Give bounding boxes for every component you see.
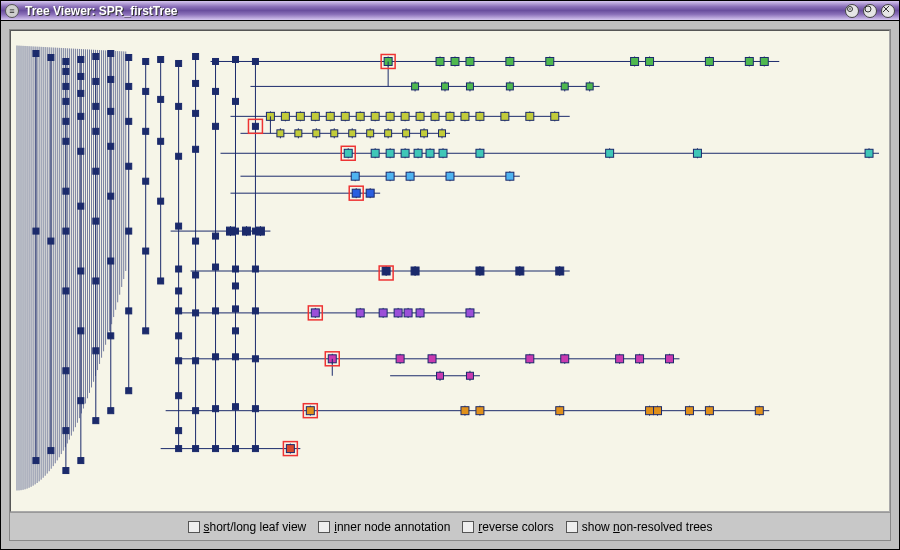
- svg-rect-332: [356, 112, 364, 120]
- svg-rect-328: [326, 112, 334, 120]
- checkbox-inner[interactable]: inner node annotation: [318, 520, 450, 534]
- svg-rect-395: [693, 149, 701, 157]
- svg-rect-435: [394, 309, 402, 317]
- svg-rect-449: [526, 355, 534, 363]
- svg-rect-413: [227, 227, 235, 235]
- svg-rect-415: [242, 227, 250, 235]
- titlebar[interactable]: ≡ Tree Viewer: SPR_firstTree: [1, 1, 899, 21]
- svg-rect-431: [356, 309, 364, 317]
- svg-rect-249: [213, 446, 219, 452]
- svg-rect-399: [351, 172, 359, 180]
- svg-rect-364: [349, 130, 356, 137]
- svg-rect-362: [331, 130, 338, 137]
- svg-rect-377: [344, 149, 352, 157]
- svg-rect-421: [411, 267, 419, 275]
- svg-rect-303: [745, 57, 753, 65]
- checkbox-box-icon[interactable]: [188, 521, 200, 533]
- svg-rect-409: [352, 189, 360, 197]
- svg-rect-213: [176, 446, 182, 452]
- checkbox-nonres[interactable]: show non-resolved trees: [566, 520, 713, 534]
- checkbox-short[interactable]: short/long leaf view: [188, 520, 307, 534]
- svg-rect-429: [311, 309, 319, 317]
- svg-rect-125: [78, 458, 84, 464]
- svg-rect-295: [546, 57, 554, 65]
- svg-rect-313: [506, 83, 513, 90]
- svg-rect-385: [414, 149, 422, 157]
- svg-rect-142: [93, 418, 99, 424]
- checkbox-box-icon[interactable]: [566, 521, 578, 533]
- checkbox-label: show non-resolved trees: [582, 520, 713, 534]
- svg-rect-346: [461, 112, 469, 120]
- window-title: Tree Viewer: SPR_firstTree: [25, 4, 178, 18]
- svg-rect-340: [416, 112, 424, 120]
- svg-rect-411: [366, 189, 374, 197]
- svg-rect-301: [705, 57, 713, 65]
- svg-rect-356: [277, 130, 284, 137]
- svg-rect-311: [466, 83, 473, 90]
- svg-rect-106: [63, 468, 69, 474]
- svg-rect-459: [437, 372, 444, 379]
- svg-rect-181: [143, 328, 149, 334]
- tree-canvas[interactable]: [10, 30, 890, 512]
- svg-rect-78: [33, 458, 39, 464]
- svg-rect-472: [646, 407, 654, 415]
- maximize-button[interactable]: [863, 4, 877, 18]
- svg-rect-403: [406, 172, 414, 180]
- svg-rect-433: [379, 309, 387, 317]
- checkbox-reverse[interactable]: reverse colors: [462, 520, 553, 534]
- svg-rect-405: [446, 172, 454, 180]
- svg-rect-315: [561, 83, 568, 90]
- options-bar: short/long leaf viewinner node annotatio…: [10, 512, 890, 540]
- svg-rect-297: [631, 57, 639, 65]
- svg-rect-291: [466, 57, 474, 65]
- svg-rect-283: [252, 446, 258, 452]
- checkbox-box-icon[interactable]: [462, 521, 474, 533]
- svg-rect-322: [281, 112, 289, 120]
- svg-rect-157: [108, 408, 114, 414]
- svg-rect-423: [476, 267, 484, 275]
- svg-rect-170: [126, 388, 132, 394]
- svg-rect-324: [296, 112, 304, 120]
- close-button[interactable]: [881, 4, 895, 18]
- svg-rect-453: [616, 355, 624, 363]
- svg-rect-287: [436, 57, 444, 65]
- checkbox-label: short/long leaf view: [204, 520, 307, 534]
- svg-rect-348: [476, 112, 484, 120]
- svg-rect-470: [556, 407, 564, 415]
- svg-rect-397: [865, 149, 873, 157]
- app-window: ≡ Tree Viewer: SPR_firstTree short/long …: [0, 0, 900, 550]
- svg-rect-387: [426, 149, 434, 157]
- content-panel: short/long leaf viewinner node annotatio…: [9, 29, 891, 541]
- svg-rect-447: [428, 355, 436, 363]
- svg-rect-366: [367, 130, 374, 137]
- svg-rect-389: [439, 149, 447, 157]
- svg-rect-299: [646, 57, 654, 65]
- svg-rect-83: [48, 448, 54, 454]
- checkbox-box-icon[interactable]: [318, 521, 330, 533]
- svg-rect-391: [476, 149, 484, 157]
- svg-rect-317: [586, 83, 593, 90]
- svg-rect-401: [386, 172, 394, 180]
- svg-rect-480: [755, 407, 763, 415]
- svg-rect-478: [705, 407, 713, 415]
- svg-rect-455: [636, 355, 644, 363]
- svg-rect-417: [256, 227, 264, 235]
- tree-svg: [11, 31, 889, 511]
- svg-rect-360: [313, 130, 320, 137]
- svg-rect-457: [666, 355, 674, 363]
- svg-rect-381: [386, 149, 394, 157]
- svg-rect-232: [193, 446, 199, 452]
- svg-rect-338: [401, 112, 409, 120]
- svg-rect-334: [371, 112, 379, 120]
- svg-rect-439: [416, 309, 424, 317]
- svg-rect-268: [232, 446, 238, 452]
- svg-rect-374: [439, 130, 446, 137]
- svg-rect-342: [431, 112, 439, 120]
- svg-rect-451: [561, 355, 569, 363]
- app-menu-icon[interactable]: ≡: [5, 4, 19, 18]
- minimize-button[interactable]: [845, 4, 859, 18]
- svg-rect-368: [385, 130, 392, 137]
- svg-rect-437: [404, 309, 412, 317]
- svg-rect-293: [506, 57, 514, 65]
- svg-rect-468: [476, 407, 484, 415]
